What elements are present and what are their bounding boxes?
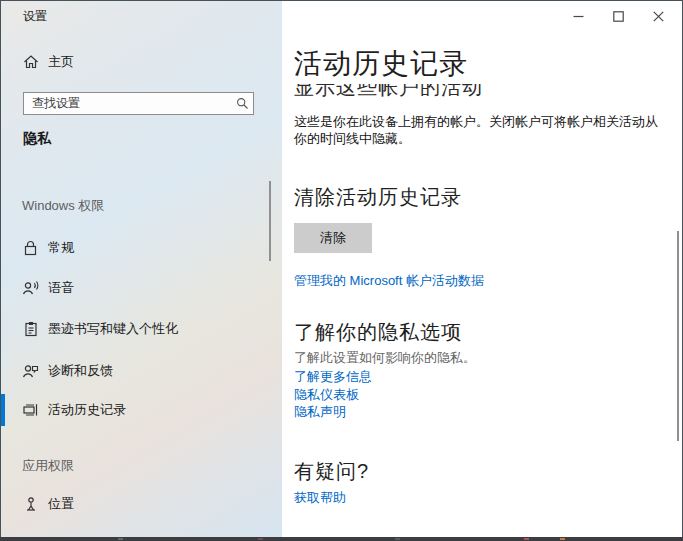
section-header-app-permissions: 应用权限	[22, 457, 74, 475]
home-icon	[22, 54, 39, 71]
location-icon	[22, 496, 39, 513]
sidebar-scrollbar[interactable]	[269, 181, 271, 261]
minimize-button[interactable]	[558, 1, 598, 31]
inking-icon	[22, 321, 39, 338]
sidebar-item-label: 墨迹书写和键入个性化	[48, 320, 178, 338]
maximize-button[interactable]	[598, 1, 638, 31]
sidebar-item-label: 位置	[48, 495, 74, 513]
clear-button[interactable]: 清除	[294, 223, 372, 253]
sidebar-item-label: 活动历史记录	[48, 401, 126, 419]
manage-account-activity-link[interactable]: 管理我的 Microsoft 帐户活动数据	[294, 272, 484, 290]
search-placeholder: 查找设置	[24, 95, 231, 112]
sidebar-item-speech[interactable]: 语音	[1, 271, 282, 305]
questions-heading: 有疑问?	[294, 458, 369, 485]
desktop-edge	[0, 537, 683, 541]
privacy-statement-link[interactable]: 隐私声明	[294, 403, 346, 421]
sidebar-item-general[interactable]: 常规	[1, 231, 282, 265]
clipped-subheading: 显示这些帐户的活动	[294, 84, 594, 99]
search-icon[interactable]	[231, 97, 253, 110]
privacy-dashboard-link[interactable]: 隐私仪表板	[294, 386, 359, 404]
sidebar-item-home[interactable]: 主页	[1, 45, 282, 79]
sidebar: 设置 主页 查找设置 隐私 Windows 权限 常规 语音	[1, 1, 282, 537]
window-controls	[558, 1, 678, 31]
sidebar-item-inking[interactable]: 墨迹书写和键入个性化	[1, 312, 282, 346]
feedback-icon	[22, 363, 39, 380]
main-scrollbar[interactable]	[677, 231, 679, 441]
app-title: 设置	[23, 8, 47, 25]
sidebar-item-feedback[interactable]: 诊断和反馈	[1, 354, 282, 388]
sidebar-item-label: 语音	[48, 279, 74, 297]
get-help-link[interactable]: 获取帮助	[294, 489, 346, 507]
sidebar-item-label: 主页	[48, 53, 74, 71]
learn-more-link[interactable]: 了解更多信息	[294, 368, 372, 386]
category-title: 隐私	[23, 130, 51, 148]
speech-icon	[22, 280, 39, 297]
close-button[interactable]	[638, 1, 678, 31]
privacy-options-description: 了解此设置如何影响你的隐私。	[294, 349, 476, 367]
activity-history-icon	[22, 402, 39, 419]
lock-icon	[22, 240, 39, 257]
sidebar-item-label: 常规	[48, 239, 74, 257]
search-input[interactable]: 查找设置	[23, 92, 254, 115]
selected-accent-bar	[1, 394, 5, 426]
privacy-options-heading: 了解你的隐私选项	[294, 319, 462, 346]
sidebar-item-activity-history[interactable]: 活动历史记录	[1, 393, 282, 427]
intro-text: 这些是你在此设备上拥有的帐户。关闭帐户可将帐户相关活动从你的时间线中隐藏。	[294, 113, 662, 147]
clear-history-heading: 清除活动历史记录	[294, 184, 462, 211]
settings-window: 设置 主页 查找设置 隐私 Windows 权限 常规 语音	[0, 0, 683, 537]
page-title: 活动历史记录	[294, 45, 468, 83]
main-content: 活动历史记录 显示这些帐户的活动 这些是你在此设备上拥有的帐户。关闭帐户可将帐户…	[282, 1, 682, 537]
section-header-windows-permissions: Windows 权限	[22, 197, 104, 215]
sidebar-item-label: 诊断和反馈	[48, 362, 113, 380]
sidebar-item-location[interactable]: 位置	[1, 487, 282, 521]
